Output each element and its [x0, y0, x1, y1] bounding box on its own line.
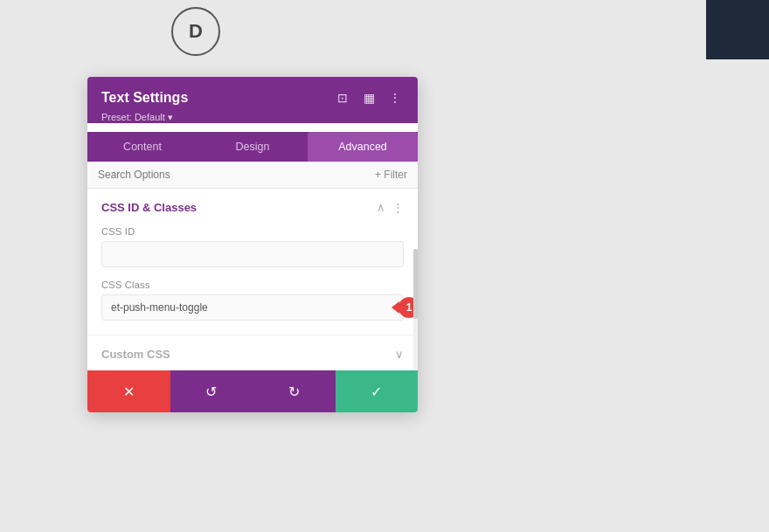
css-class-field-group: CSS Class 1	[101, 280, 404, 321]
search-input[interactable]	[98, 169, 375, 181]
css-id-label: CSS ID	[101, 226, 404, 237]
scroll-thumb[interactable]	[413, 249, 418, 319]
section-custom-css-title: Custom CSS	[101, 348, 170, 361]
filter-button[interactable]: + Filter	[375, 169, 407, 181]
more-icon[interactable]: ⋮	[386, 89, 404, 107]
expand-icon[interactable]: ⊡	[334, 89, 351, 107]
section-custom-css: Custom CSS ∨	[87, 335, 418, 374]
css-class-label: CSS Class	[101, 280, 404, 290]
panel-header: Text Settings ⊡ ▦ ⋮ Preset: Default ▾	[87, 77, 418, 123]
section-custom-css-icons: ∨	[395, 348, 404, 361]
search-bar: + Filter	[87, 162, 418, 189]
section-css-id-classes-title: CSS ID & Classes	[101, 201, 197, 214]
css-id-classes-form: CSS ID CSS Class 1	[87, 226, 418, 335]
tab-advanced[interactable]: Advanced	[308, 132, 418, 162]
panel-header-top: Text Settings ⊡ ▦ ⋮	[101, 89, 404, 107]
bottom-bar: ✕ ↺ ↻ ✓	[87, 370, 418, 412]
panel-header-icons: ⊡ ▦ ⋮	[334, 89, 404, 107]
columns-icon[interactable]: ▦	[360, 89, 378, 107]
text-settings-panel: Text Settings ⊡ ▦ ⋮ Preset: Default ▾ Co…	[87, 77, 418, 412]
section-header-icons: ∧ ⋮	[377, 201, 404, 214]
undo-button[interactable]: ↺	[170, 370, 253, 412]
expand-chevron-css[interactable]: ∨	[395, 348, 404, 361]
section-custom-css-header[interactable]: Custom CSS ∨	[87, 335, 418, 373]
save-button[interactable]: ✓	[336, 370, 419, 412]
section-css-id-classes: CSS ID & Classes ∧ ⋮ CSS ID CSS Class	[87, 189, 418, 335]
tab-content[interactable]: Content	[87, 132, 197, 162]
panel-tabs: Content Design Advanced	[87, 132, 418, 162]
scroll-track	[413, 249, 418, 370]
tab-design[interactable]: Design	[197, 132, 308, 162]
panel-title: Text Settings	[101, 90, 188, 106]
css-class-input[interactable]	[101, 294, 404, 321]
divi-logo: D	[171, 7, 220, 56]
css-id-field-group: CSS ID	[101, 226, 404, 280]
css-class-field-wrapper: 1	[101, 294, 404, 321]
preset-selector[interactable]: Preset: Default ▾	[101, 112, 404, 123]
dark-accent-rect	[706, 0, 769, 59]
redo-button[interactable]: ↻	[253, 370, 336, 412]
cancel-button[interactable]: ✕	[87, 370, 170, 412]
collapse-icon[interactable]: ∧	[377, 201, 385, 214]
css-id-input[interactable]	[101, 241, 404, 267]
section-more-icon[interactable]: ⋮	[392, 201, 404, 214]
section-css-id-classes-header[interactable]: CSS ID & Classes ∧ ⋮	[87, 189, 418, 226]
